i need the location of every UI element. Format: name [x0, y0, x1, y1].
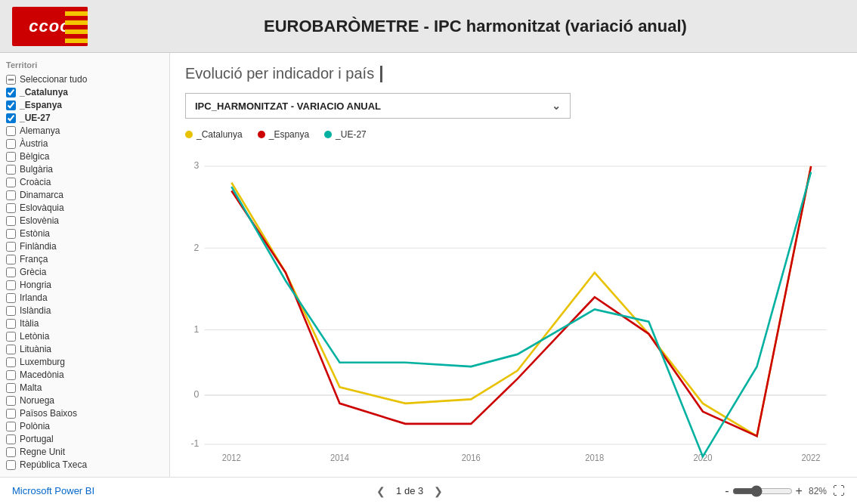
sidebar-section-label: Territori: [6, 60, 163, 70]
sidebar-item-label-17: Irlanda: [20, 292, 48, 303]
sidebar-item-22[interactable]: Luxemburg: [6, 357, 163, 367]
sidebar-item-3[interactable]: _UE-27: [6, 113, 163, 123]
sidebar-item-29[interactable]: Regne Unit: [6, 447, 163, 457]
sidebar-item-label-12: Estònia: [20, 228, 50, 239]
sidebar-item-label-4: Alemanya: [20, 125, 60, 136]
zoom-slider[interactable]: [732, 485, 793, 497]
checkbox-20[interactable]: [6, 332, 16, 342]
sidebar-item-26[interactable]: Països Baixos: [6, 408, 163, 419]
sidebar-item-12[interactable]: Estònia: [6, 228, 163, 239]
page-navigation: ❮ 1 de 3 ❯: [373, 484, 446, 499]
sidebar-item-14[interactable]: França: [6, 254, 163, 264]
sidebar-item-label-14: França: [20, 254, 48, 264]
y-label-2: 2: [194, 242, 200, 252]
chart-legend: _Catalunya_Espanya_UE-27: [185, 129, 842, 140]
checkbox-25[interactable]: [6, 396, 16, 406]
y-label-minus1: -1: [190, 438, 199, 449]
checkbox-13[interactable]: [6, 242, 16, 252]
checkbox-24[interactable]: [6, 383, 16, 393]
sidebar-item-6[interactable]: Bèlgica: [6, 151, 163, 162]
sidebar-item-27[interactable]: Polònia: [6, 421, 163, 431]
checkbox-9[interactable]: [6, 190, 16, 200]
chart-section-title: Evolució per indicador i país: [185, 65, 842, 82]
dropdown-label: IPC_HARMONITZAT - VARIACIO ANUAL: [195, 100, 381, 112]
sidebar-item-19[interactable]: Itàlia: [6, 318, 163, 329]
footer: Microsoft Power BI ❮ 1 de 3 ❯ - + 82% ⛶: [0, 477, 857, 504]
legend-item-0: _Catalunya: [185, 129, 243, 140]
checkbox-28[interactable]: [6, 434, 16, 444]
sidebar-item-label-22: Luxemburg: [20, 357, 65, 367]
sidebar-item-label-1: _Catalunya: [20, 87, 68, 97]
next-page-button[interactable]: ❯: [431, 484, 446, 499]
zoom-plus-button[interactable]: +: [796, 484, 803, 498]
checkbox-14[interactable]: [6, 255, 16, 264]
zoom-level-label: 82%: [809, 486, 827, 496]
zoom-minus-button[interactable]: -: [725, 484, 729, 498]
sidebar-item-label-27: Polònia: [20, 421, 50, 431]
checkbox-21[interactable]: [6, 345, 16, 354]
sidebar-item-15[interactable]: Grècia: [6, 267, 163, 277]
checkbox-11[interactable]: [6, 216, 16, 226]
sidebar-item-label-16: Hongria: [20, 280, 51, 290]
sidebar-item-13[interactable]: Finlàndia: [6, 241, 163, 252]
sidebar-item-16[interactable]: Hongria: [6, 280, 163, 290]
sidebar-item-8[interactable]: Croàcia: [6, 177, 163, 187]
checkbox-2[interactable]: [6, 100, 16, 110]
checkbox-8[interactable]: [6, 178, 16, 187]
checkbox-6[interactable]: [6, 152, 16, 162]
legend-label-2: _UE-27: [336, 129, 367, 140]
sidebar-item-5[interactable]: Àustria: [6, 138, 163, 149]
sidebar-item-label-23: Macedònia: [20, 369, 64, 380]
sidebar-item-30[interactable]: República Txeca: [6, 459, 163, 470]
sidebar-item-label-10: Eslovàquia: [20, 203, 64, 213]
checkbox-15[interactable]: [6, 267, 16, 277]
sidebar-item-18[interactable]: Islàndia: [6, 305, 163, 316]
sidebar-item-label-29: Regne Unit: [20, 447, 65, 457]
checkbox-12[interactable]: [6, 229, 16, 239]
checkbox-29[interactable]: [6, 447, 16, 457]
checkbox-19[interactable]: [6, 319, 16, 329]
checkbox-27[interactable]: [6, 422, 16, 431]
logo-stripes: [65, 7, 88, 46]
sidebar-item-2[interactable]: _Espanya: [6, 100, 163, 110]
power-bi-link[interactable]: Microsoft Power BI: [12, 485, 94, 496]
sidebar-item-label-26: Països Baixos: [20, 408, 77, 419]
checkbox-0[interactable]: [6, 75, 16, 85]
sidebar-item-24[interactable]: Malta: [6, 382, 163, 393]
sidebar-item-11[interactable]: Eslovènia: [6, 215, 163, 226]
checkbox-22[interactable]: [6, 357, 16, 367]
sidebar-item-25[interactable]: Noruega: [6, 395, 163, 406]
fit-screen-icon[interactable]: ⛶: [833, 484, 845, 498]
checkbox-16[interactable]: [6, 280, 16, 290]
sidebar-item-0[interactable]: Seleccionar tudo: [6, 74, 163, 85]
indicator-dropdown[interactable]: IPC_HARMONITZAT - VARIACIO ANUAL ⌄: [185, 93, 571, 119]
legend-item-1: _Espanya: [258, 129, 309, 140]
checkbox-3[interactable]: [6, 113, 16, 123]
sidebar-item-4[interactable]: Alemanya: [6, 125, 163, 136]
chart-svg-container: 3 2 1 0 -1 2012 2014 2016 2018: [185, 146, 842, 465]
sidebar-item-1[interactable]: _Catalunya: [6, 87, 163, 97]
main-content: Territori Seleccionar tudo_Catalunya_Esp…: [0, 53, 857, 477]
checkbox-10[interactable]: [6, 203, 16, 213]
prev-page-button[interactable]: ❮: [373, 484, 388, 499]
checkbox-7[interactable]: [6, 165, 16, 175]
sidebar-item-17[interactable]: Irlanda: [6, 292, 163, 303]
sidebar-item-label-6: Bèlgica: [20, 151, 49, 162]
sidebar-item-7[interactable]: Bulgària: [6, 164, 163, 175]
sidebar-item-9[interactable]: Dinamarca: [6, 190, 163, 200]
sidebar-item-label-19: Itàlia: [20, 318, 39, 329]
checkbox-4[interactable]: [6, 126, 16, 136]
sidebar-item-10[interactable]: Eslovàquia: [6, 203, 163, 213]
checkbox-18[interactable]: [6, 306, 16, 316]
checkbox-23[interactable]: [6, 370, 16, 380]
checkbox-5[interactable]: [6, 139, 16, 149]
sidebar-item-23[interactable]: Macedònia: [6, 369, 163, 380]
checkbox-26[interactable]: [6, 409, 16, 419]
sidebar-item-21[interactable]: Lituània: [6, 344, 163, 354]
checkbox-30[interactable]: [6, 460, 16, 470]
checkbox-17[interactable]: [6, 293, 16, 303]
sidebar-item-label-25: Noruega: [20, 395, 54, 406]
checkbox-1[interactable]: [6, 88, 16, 97]
sidebar-item-20[interactable]: Letònia: [6, 331, 163, 342]
sidebar-item-28[interactable]: Portugal: [6, 434, 163, 444]
